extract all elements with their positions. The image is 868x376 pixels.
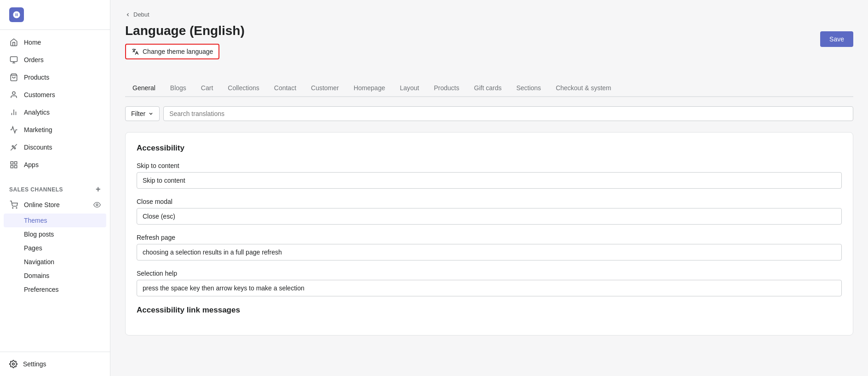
sidebar-item-products[interactable]: Products — [0, 69, 110, 86]
tab-contact[interactable]: Contact — [267, 80, 304, 97]
online-store-label: Online Store — [24, 201, 60, 208]
tab-general[interactable]: General — [125, 80, 163, 97]
tabs-bar: General Blogs Cart Collections Contact C… — [125, 80, 853, 97]
field-label-close-modal: Close modal — [137, 198, 842, 205]
apps-icon — [9, 160, 18, 169]
sidebar-item-discounts-label: Discounts — [24, 144, 52, 151]
save-button-area: Save — [820, 11, 853, 47]
sidebar-item-domains[interactable]: Domains — [0, 269, 110, 283]
translate-icon — [132, 48, 139, 55]
sidebar-item-customers-label: Customers — [24, 91, 55, 98]
tab-blogs[interactable]: Blogs — [163, 80, 194, 97]
tab-sections[interactable]: Sections — [509, 80, 548, 97]
sidebar: Home Orders Products Customers — [0, 0, 110, 376]
save-button[interactable]: Save — [820, 31, 853, 47]
sidebar-item-preferences[interactable]: Preferences — [0, 283, 110, 296]
sidebar-item-home[interactable]: Home — [0, 34, 110, 51]
tab-customer[interactable]: Customer — [304, 80, 346, 97]
field-close-modal: Close modal — [137, 198, 842, 225]
customers-icon — [9, 90, 18, 99]
svg-rect-14 — [15, 166, 17, 168]
sidebar-item-blog-posts[interactable]: Blog posts — [0, 227, 110, 241]
svg-point-17 — [96, 204, 98, 206]
sidebar-item-home-label: Home — [24, 39, 41, 46]
sidebar-bottom: Settings — [0, 352, 110, 376]
orders-icon — [9, 55, 18, 64]
field-refresh-page: Refresh page — [137, 234, 842, 260]
analytics-icon — [9, 108, 18, 117]
tab-checkout[interactable]: Checkout & system — [548, 80, 619, 97]
sidebar-item-analytics-label: Analytics — [24, 109, 50, 116]
logo-icon — [9, 7, 24, 22]
field-label-selection-help: Selection help — [137, 270, 842, 277]
field-input-selection-help[interactable] — [137, 280, 842, 296]
marketing-icon — [9, 125, 18, 134]
tab-layout[interactable]: Layout — [392, 80, 426, 97]
sidebar-item-settings[interactable]: Settings — [0, 356, 110, 372]
sidebar-item-marketing[interactable]: Marketing — [0, 121, 110, 139]
sidebar-item-customers[interactable]: Customers — [0, 86, 110, 104]
sidebar-item-products-label: Products — [24, 74, 49, 81]
sales-channels-label: SALES CHANNELS — [9, 186, 63, 193]
tab-homepage[interactable]: Homepage — [346, 80, 393, 97]
field-selection-help: Selection help — [137, 270, 842, 296]
tab-products[interactable]: Products — [426, 80, 466, 97]
svg-point-8 — [12, 145, 13, 147]
breadcrumb[interactable]: Debut — [125, 11, 820, 18]
field-label-skip-to-content: Skip to content — [137, 162, 842, 169]
sales-channels-header: SALES CHANNELS + — [0, 177, 110, 196]
main-nav: Home Orders Products Customers — [0, 30, 110, 177]
sidebar-item-marketing-label: Marketing — [24, 126, 52, 133]
filter-bar: Filter — [125, 106, 853, 121]
content-card: Accessibility Skip to content Close moda… — [125, 132, 853, 336]
settings-label: Settings — [23, 360, 46, 368]
tab-cart[interactable]: Cart — [194, 80, 220, 97]
sidebar-item-navigation[interactable]: Navigation — [0, 255, 110, 269]
field-input-close-modal[interactable] — [137, 208, 842, 225]
settings-icon — [9, 360, 17, 368]
svg-rect-0 — [11, 57, 17, 62]
svg-point-15 — [12, 208, 13, 208]
main-content: General Blogs Cart Collections Contact C… — [110, 69, 868, 376]
accessibility-link-title: Accessibility link messages — [137, 306, 842, 315]
search-input[interactable] — [163, 106, 853, 121]
svg-line-10 — [11, 144, 17, 150]
field-label-refresh-page: Refresh page — [137, 234, 842, 241]
svg-point-4 — [12, 92, 15, 94]
sidebar-item-pages[interactable]: Pages — [0, 241, 110, 255]
discounts-icon — [9, 143, 18, 152]
field-input-refresh-page[interactable] — [137, 244, 842, 260]
svg-point-16 — [16, 208, 17, 208]
svg-rect-11 — [11, 162, 13, 164]
sidebar-logo — [0, 0, 110, 30]
sidebar-item-discounts[interactable]: Discounts — [0, 139, 110, 156]
sidebar-item-orders[interactable]: Orders — [0, 51, 110, 69]
chevron-down-icon — [148, 111, 154, 116]
products-icon — [9, 73, 18, 82]
add-sales-channel-icon[interactable]: + — [96, 185, 101, 194]
change-language-button[interactable]: Change theme language — [125, 44, 219, 59]
online-store-subnav: Themes Blog posts Pages Navigation Domai… — [0, 214, 110, 296]
page-header: Debut Language (English) Change theme la… — [125, 11, 820, 69]
sidebar-item-analytics[interactable]: Analytics — [0, 104, 110, 121]
svg-point-18 — [12, 363, 15, 365]
filter-button[interactable]: Filter — [125, 106, 160, 121]
field-input-skip-to-content[interactable] — [137, 172, 842, 189]
svg-rect-12 — [15, 162, 17, 164]
main-area: Debut Language (English) Change theme la… — [110, 0, 868, 376]
home-icon — [9, 38, 18, 47]
page-title: Language (English) — [125, 23, 820, 38]
svg-rect-13 — [11, 166, 13, 168]
filter-label: Filter — [131, 110, 145, 117]
sidebar-item-apps-label: Apps — [24, 161, 39, 168]
eye-icon[interactable] — [93, 201, 101, 208]
sidebar-item-themes[interactable]: Themes — [4, 214, 106, 227]
sidebar-item-apps[interactable]: Apps — [0, 156, 110, 174]
tab-collections[interactable]: Collections — [220, 80, 266, 97]
accessibility-title: Accessibility — [137, 144, 842, 153]
breadcrumb-text: Debut — [133, 11, 149, 18]
sidebar-item-online-store[interactable]: Online Store — [0, 196, 110, 214]
change-language-label: Change theme language — [143, 48, 213, 55]
tab-gift-cards[interactable]: Gift cards — [467, 80, 509, 97]
online-store-icon — [9, 200, 18, 209]
